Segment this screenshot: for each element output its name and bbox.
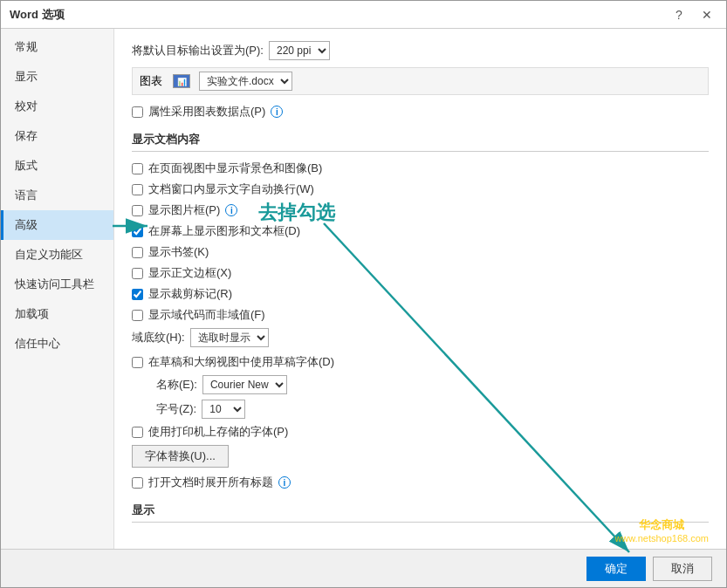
cb-text-scroll-row: 文档窗口内显示文字自动换行(W) (132, 181, 709, 197)
cb-crop-marks-label: 显示裁剪标记(R) (148, 286, 232, 302)
attribute-chart-info-icon[interactable]: i (271, 106, 283, 118)
cb-picture-frame-label: 显示图片框(P) (148, 202, 220, 218)
chart-file-select[interactable]: 实验文件.docx (199, 72, 292, 91)
cb-bg-image[interactable] (132, 163, 143, 174)
title-bar-right: ? ✕ (669, 4, 717, 25)
close-button[interactable]: ✕ (696, 4, 717, 25)
cb-draft-font[interactable] (132, 357, 143, 368)
field-shading-select[interactable]: 选取时显示 (190, 328, 269, 347)
cb-shapes[interactable] (132, 226, 143, 237)
cb-text-scroll-label: 文档窗口内显示文字自动换行(W) (148, 181, 314, 197)
field-shading-row: 域底纹(H): 选取时显示 (132, 328, 709, 347)
font-replace-row: 字体替换(U)... (132, 445, 709, 468)
sidebar: 常规 显示 校对 保存 版式 语言 高级 自定义功能区 快速访问工具栏 加载项 … (1, 29, 114, 549)
sidebar-item-addins[interactable]: 加载项 (1, 299, 113, 329)
font-name-select[interactable]: Courier New (202, 375, 287, 394)
chart-label: 图表 (140, 73, 162, 89)
ok-button[interactable]: 确定 (586, 557, 646, 581)
cb-bg-image-row: 在页面视图中显示背景色和图像(B) (132, 161, 709, 176)
cb-printer-font-row: 使用打印机上存储的字体(P) (132, 424, 709, 440)
cb-field-codes-label: 显示域代码而非域值(F) (148, 307, 265, 323)
font-size-select[interactable]: 10 (202, 400, 245, 419)
cb-picture-frame-row: 显示图片框(P) i (132, 202, 709, 218)
cb-field-codes-row: 显示域代码而非域值(F) (132, 307, 709, 323)
section-display-header: 显示 (132, 503, 709, 523)
sidebar-item-proofing[interactable]: 校对 (1, 92, 113, 121)
content-area: 常规 显示 校对 保存 版式 语言 高级 自定义功能区 快速访问工具栏 加载项 … (1, 29, 726, 549)
font-name-label: 名称(E): (156, 377, 197, 393)
cb-crop-marks-row: 显示裁剪标记(R) (132, 286, 709, 302)
cb-expand-headings-label: 打开文档时展开所有标题 (148, 475, 273, 490)
font-size-label: 字号(Z): (156, 401, 196, 417)
sidebar-item-trust-center[interactable]: 信任中心 (1, 329, 113, 359)
font-name-row: 名称(E): Courier New (156, 375, 709, 394)
main-panel: 将默认目标输出设置为(P): 220 ppi 图表 📊 实验文件.docx (114, 29, 726, 549)
main-scroll: 将默认目标输出设置为(P): 220 ppi 图表 📊 实验文件.docx (114, 29, 726, 549)
footer: 确定 取消 (1, 549, 726, 587)
cb-shapes-row: 在屏幕上显示图形和文本框(D) (132, 223, 709, 239)
attribute-chart-label: 属性采用图表数据点(P) (148, 104, 265, 120)
picture-frame-info-icon[interactable]: i (225, 204, 237, 216)
help-button[interactable]: ? (669, 4, 689, 25)
chart-row: 图表 📊 实验文件.docx (132, 67, 709, 95)
cb-field-codes[interactable] (132, 310, 143, 321)
cb-picture-frame[interactable] (132, 205, 143, 216)
section-display-content-header: 显示文档内容 (132, 132, 709, 152)
default-output-label: 将默认目标输出设置为(P): (132, 43, 264, 58)
sidebar-item-advanced[interactable]: 高级 (1, 210, 113, 240)
word-options-dialog: Word 选项 ? ✕ 常规 显示 校对 保存 版式 语言 高级 自定义功能区 … (0, 0, 727, 588)
chart-icon: 📊 (173, 74, 190, 88)
attribute-chart-row: 属性采用图表数据点(P) i (132, 104, 709, 120)
default-output-select[interactable]: 220 ppi (269, 41, 330, 60)
cb-printer-font[interactable] (132, 427, 143, 438)
title-bar-left: Word 选项 (10, 7, 65, 23)
field-shading-label: 域底纹(H): (132, 330, 185, 345)
cb-text-border[interactable] (132, 268, 143, 279)
cb-text-scroll[interactable] (132, 184, 143, 195)
font-size-row: 字号(Z): 10 (156, 400, 709, 419)
cb-crop-marks[interactable] (132, 289, 143, 300)
cb-bookmarks-label: 显示书签(K) (148, 244, 209, 260)
cancel-button[interactable]: 取消 (653, 557, 712, 581)
default-output-row: 将默认目标输出设置为(P): 220 ppi (132, 41, 709, 60)
sidebar-item-customize-ribbon[interactable]: 自定义功能区 (1, 240, 113, 270)
cb-text-border-row: 显示正文边框(X) (132, 265, 709, 281)
sidebar-item-quick-access[interactable]: 快速访问工具栏 (1, 270, 113, 299)
cb-text-border-label: 显示正文边框(X) (148, 265, 231, 281)
font-replace-button[interactable]: 字体替换(U)... (132, 445, 229, 468)
attribute-chart-checkbox[interactable] (132, 106, 143, 118)
sidebar-item-layout[interactable]: 版式 (1, 151, 113, 181)
cb-shapes-label: 在屏幕上显示图形和文本框(D) (148, 223, 300, 239)
cb-draft-font-row: 在草稿和大纲视图中使用草稿字体(D) (132, 354, 709, 370)
title-bar: Word 选项 ? ✕ (1, 1, 726, 29)
cb-bg-image-label: 在页面视图中显示背景色和图像(B) (148, 161, 322, 176)
cb-bookmarks[interactable] (132, 247, 143, 258)
sidebar-item-language[interactable]: 语言 (1, 181, 113, 210)
sidebar-item-save[interactable]: 保存 (1, 121, 113, 151)
sidebar-item-general[interactable]: 常规 (1, 32, 113, 62)
cb-bookmarks-row: 显示书签(K) (132, 244, 709, 260)
expand-headings-info-icon[interactable]: i (278, 476, 291, 489)
dialog-title: Word 选项 (10, 7, 65, 23)
cb-draft-font-label: 在草稿和大纲视图中使用草稿字体(D) (148, 354, 334, 370)
sidebar-item-display[interactable]: 显示 (1, 62, 113, 92)
cb-expand-headings[interactable] (132, 477, 143, 489)
cb-expand-headings-row: 打开文档时展开所有标题 i (132, 475, 709, 490)
cb-printer-font-label: 使用打印机上存储的字体(P) (148, 424, 288, 440)
